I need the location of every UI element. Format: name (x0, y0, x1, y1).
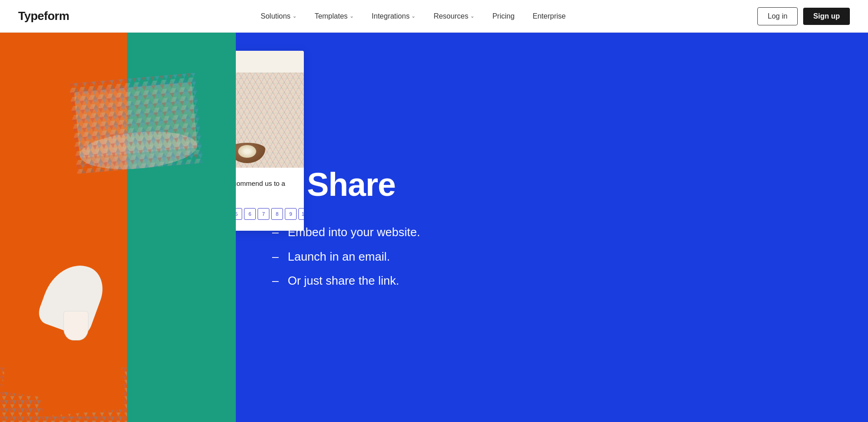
nps-btn-9[interactable]: 9 (285, 208, 297, 220)
nav-label-solutions: Solutions (261, 12, 291, 20)
nav-menu: Solutions ⌄ Templates ⌄ Integrations ⌄ R… (254, 9, 573, 24)
nav-label-integrations: Integrations (372, 12, 410, 20)
navbar: Typeform Solutions ⌄ Templates ⌄ Integra… (0, 0, 868, 33)
nps-btn-8[interactable]: 8 (271, 208, 283, 220)
chevron-down-icon: ⌄ (293, 13, 297, 19)
logo[interactable]: Typeform (18, 9, 69, 23)
nav-label-pricing: Pricing (493, 12, 515, 20)
navbar-actions: Log in Sign up (757, 7, 850, 25)
signup-button[interactable]: Sign up (803, 8, 850, 25)
nav-item-enterprise[interactable]: Enterprise (526, 9, 573, 24)
person-visual (0, 33, 236, 422)
chevron-down-icon: ⌄ (350, 13, 354, 19)
svg-rect-7 (69, 73, 203, 174)
nps-btn-7[interactable]: 7 (258, 208, 269, 220)
hero-section: How likely are you to recommend us to a … (0, 33, 868, 422)
nav-label-enterprise: Enterprise (533, 12, 566, 20)
hero-right: 2. Share – Embed into your website. – La… (236, 33, 868, 422)
hero-list-item-2: – Launch in an email. (272, 249, 420, 265)
chevron-down-icon: ⌄ (470, 13, 474, 19)
chevron-down-icon: ⌄ (411, 13, 415, 19)
list-dash-2: – (272, 249, 278, 265)
nav-label-resources: Resources (434, 12, 468, 20)
nav-item-resources[interactable]: Resources ⌄ (426, 9, 481, 24)
nav-item-pricing[interactable]: Pricing (485, 9, 522, 24)
hero-list-text-2: Launch in an email. (288, 249, 390, 265)
hero-list: – Embed into your website. – Launch in a… (272, 225, 420, 289)
nps-btn-6[interactable]: 6 (244, 208, 256, 220)
list-dash-3: – (272, 273, 278, 289)
nav-item-integrations[interactable]: Integrations ⌄ (365, 9, 423, 24)
nps-btn-10[interactable]: 10 (298, 208, 304, 220)
hero-left: How likely are you to recommend us to a … (0, 33, 236, 422)
login-button[interactable]: Log in (757, 7, 798, 25)
nav-label-templates: Templates (315, 12, 348, 20)
hero-list-item-3: – Or just share the link. (272, 273, 420, 289)
nav-item-solutions[interactable]: Solutions ⌄ (254, 9, 304, 24)
hero-list-text-3: Or just share the link. (288, 273, 399, 289)
hero-list-text-1: Embed into your website. (288, 225, 420, 240)
nav-item-templates[interactable]: Templates ⌄ (307, 9, 361, 24)
